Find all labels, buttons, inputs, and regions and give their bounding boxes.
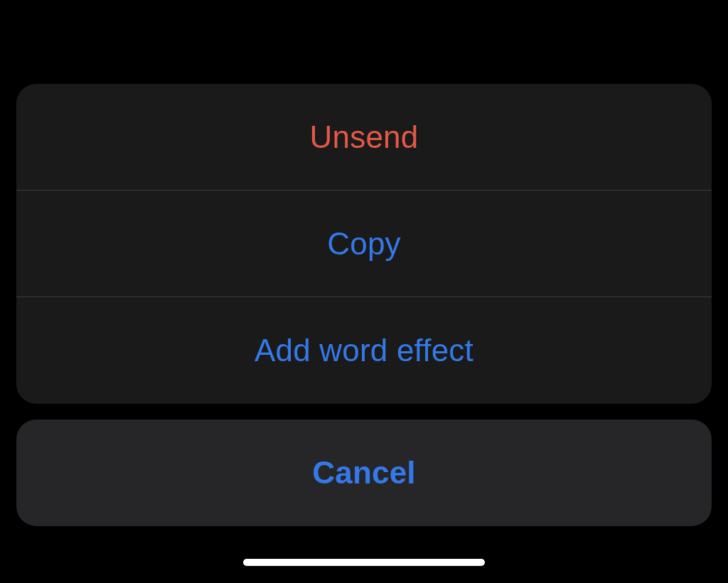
unsend-button[interactable]: Unsend	[16, 84, 712, 191]
action-sheet: Unsend Copy Add word effect Cancel	[16, 84, 712, 526]
add-word-effect-button[interactable]: Add word effect	[16, 297, 712, 404]
cancel-label: Cancel	[312, 455, 416, 491]
add-word-effect-label: Add word effect	[255, 333, 473, 368]
copy-button[interactable]: Copy	[16, 191, 712, 297]
action-sheet-options-group: Unsend Copy Add word effect	[16, 84, 712, 404]
home-indicator	[243, 559, 485, 566]
action-sheet-cancel-group: Cancel	[16, 419, 712, 526]
unsend-label: Unsend	[310, 119, 419, 155]
cancel-button[interactable]: Cancel	[16, 419, 712, 526]
copy-label: Copy	[327, 226, 401, 262]
